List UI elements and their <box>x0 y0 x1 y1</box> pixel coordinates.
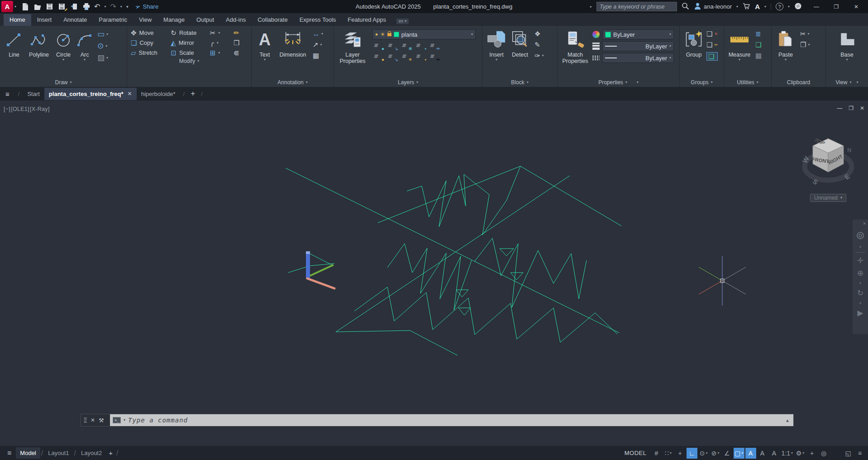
layer-thaw-button[interactable]: ≡☀ <box>401 52 412 61</box>
erase-button[interactable]: ✏ <box>234 29 248 36</box>
group-edit-button[interactable]: ❏✏ <box>706 41 718 48</box>
close-button[interactable]: ✕ <box>846 0 866 13</box>
workspace-switching-button[interactable]: ⚙▾ <box>795 448 806 459</box>
panel-label-layers[interactable]: Layers▾ <box>334 77 482 87</box>
help-caret-icon[interactable]: ▾ <box>788 5 790 9</box>
layer-freeze-button[interactable]: ≡❄ <box>401 41 412 50</box>
panel-label-clipboard[interactable]: Clipboard <box>772 77 825 87</box>
command-prompt-icon[interactable]: >_ <box>113 417 121 423</box>
ortho-mode-toggle[interactable]: ∟ <box>687 448 697 459</box>
viewcube-north-label[interactable]: N <box>847 147 851 153</box>
panel-label-groups[interactable]: Groups▾ <box>680 77 724 87</box>
grid-display-toggle[interactable]: # <box>651 448 662 459</box>
viewport-close-icon[interactable]: ✕ <box>860 105 864 111</box>
ellipse-button[interactable]: ⊙▾ <box>97 42 108 50</box>
layer-unlock-button[interactable]: ≡▪ <box>415 52 426 61</box>
panel-label-block[interactable]: Block▾ <box>482 77 557 87</box>
edit-block-button[interactable]: ✎ <box>534 41 544 48</box>
arc-button[interactable]: Arc ▾ <box>75 28 95 62</box>
autodesk-logo-icon[interactable]: A <box>755 3 760 10</box>
open-file-icon[interactable] <box>33 3 41 11</box>
command-history-icon[interactable]: ▲ <box>785 418 791 423</box>
annotation-visibility-toggle[interactable]: A <box>745 448 756 459</box>
panel-label-draw[interactable]: Draw▾ <box>0 77 127 87</box>
command-bar-customize-icon[interactable]: ⚒ <box>99 417 104 424</box>
clean-screen-button[interactable]: ◱ <box>843 448 854 459</box>
new-file-icon[interactable] <box>21 3 29 11</box>
annotation-autoscale-toggle[interactable]: A <box>757 448 768 459</box>
stretch-button[interactable]: ▱Stretch <box>131 49 165 56</box>
rectangle-button[interactable]: ▭▾ <box>97 30 108 38</box>
tab-view[interactable]: View <box>133 14 157 26</box>
search-input[interactable] <box>600 4 674 10</box>
rotate-button[interactable]: ↻Rotate <box>171 29 204 36</box>
isodraft-toggle[interactable]: ⊘▾ <box>710 448 721 459</box>
layer-on-button[interactable]: ≡● <box>373 52 384 61</box>
panel-label-view[interactable]: View▾▾ <box>826 77 868 87</box>
tab-annotate[interactable]: Annotate <box>57 14 93 26</box>
new-layout-button[interactable]: + <box>109 449 113 457</box>
object-snap-tracking-toggle[interactable]: ∠ <box>722 448 733 459</box>
quick-calculator-button[interactable]: ▦ <box>755 52 762 59</box>
snap-to-point-toggle[interactable]: + <box>675 448 686 459</box>
group-selection-toggle[interactable]: ❏ <box>706 52 718 61</box>
object-color-select[interactable]: ByLayer ▾ <box>602 29 674 39</box>
layout1-tab[interactable]: Layout1 <box>44 447 73 459</box>
object-snap-toggle[interactable]: ▢▾ <box>734 448 744 459</box>
showmotion-icon[interactable]: ▶ <box>857 308 863 318</box>
linetype-icon[interactable] <box>592 56 600 60</box>
named-view-dropdown[interactable]: Unnamed ▾ <box>810 194 846 202</box>
file-tab-start[interactable]: Start <box>23 88 44 100</box>
plot-icon[interactable] <box>82 3 90 11</box>
navbar-close-icon[interactable]: ✕ <box>863 221 866 226</box>
layer-select[interactable]: ● ☀ planta ▾ <box>372 29 476 39</box>
mirror-button[interactable]: ◭Mirror <box>171 39 204 46</box>
tab-insert[interactable]: Insert <box>31 14 58 26</box>
hatch-button[interactable]: ▨▾ <box>97 54 108 62</box>
viewcube[interactable]: W S E N TOP FRONT RIGHT Unnamed ▾ <box>800 129 856 206</box>
group-button[interactable]: Group <box>682 28 706 58</box>
layer-unisolate-button[interactable]: ≡↘ <box>387 52 398 61</box>
pan-icon[interactable]: ✛ <box>857 256 863 265</box>
object-color-icon[interactable] <box>592 31 600 38</box>
tab-featured-apps[interactable]: Featured Apps <box>342 14 392 26</box>
visual-style-control[interactable]: [X-Ray] <box>30 106 50 112</box>
save-icon[interactable] <box>45 3 53 11</box>
command-bar-grip[interactable] <box>84 417 87 423</box>
linetype-select[interactable]: ByLayer ▾ <box>602 53 674 63</box>
properties-dialog-launcher-icon[interactable]: ▾ <box>637 81 639 84</box>
ribbon-display-toggle[interactable]: ▭ ▾ <box>396 19 409 24</box>
text-button[interactable]: A Text ▾ <box>254 28 276 62</box>
annotation-scale-button[interactable]: A <box>769 448 780 459</box>
ungroup-button[interactable]: ❏✕ <box>706 30 718 37</box>
table-button[interactable]: ▦ <box>313 52 323 59</box>
recent-commands-caret-icon[interactable]: ▾ <box>124 418 125 422</box>
measure-button[interactable]: Measure ▾ <box>726 28 753 62</box>
command-input[interactable] <box>128 417 782 424</box>
share-button[interactable]: ➢ Share <box>135 3 158 10</box>
undo-icon[interactable]: ↶ <box>94 3 100 10</box>
panel-label-annotation[interactable]: Annotation▾ <box>252 77 334 87</box>
match-properties-button[interactable]: Match Properties <box>560 28 591 65</box>
paste-button[interactable]: Paste ▾ <box>774 28 797 62</box>
detect-button[interactable]: Detect <box>508 28 532 58</box>
layer-off-button[interactable]: ≡● <box>373 41 384 50</box>
annotation-scale-value[interactable]: 1:1▾ <box>781 448 794 459</box>
select-similar-button[interactable]: ❏ <box>755 41 762 48</box>
file-tab-close-icon[interactable]: ✕ <box>128 91 132 97</box>
file-tab-hiperboloide[interactable]: hiperboloide* <box>137 88 180 100</box>
copy-button[interactable]: ❏Copy <box>131 39 165 46</box>
navigation-wheel-icon[interactable]: ⊚ <box>856 229 865 242</box>
snap-mode-toggle[interactable]: ∷▾ <box>663 448 674 459</box>
search-collapse-icon[interactable]: ▾ <box>589 5 593 7</box>
tab-parametric[interactable]: Parametric <box>93 14 133 26</box>
autocad-app-icon[interactable]: A <box>1 1 13 12</box>
layout2-tab[interactable]: Layout2 <box>77 447 106 459</box>
create-block-button[interactable]: ❖ <box>534 30 544 37</box>
zoom-extents-icon[interactable]: ⊕ <box>857 268 863 278</box>
file-tab-current[interactable]: planta_cortes_treino_freq* ✕ <box>44 88 137 100</box>
panel-label-properties[interactable]: Properties▾▾ <box>558 77 679 87</box>
user-menu-caret-icon[interactable]: ▾ <box>736 5 738 9</box>
polyline-button[interactable]: Polyline <box>26 28 52 58</box>
view-dialog-launcher-icon[interactable]: ▾ <box>856 81 858 84</box>
